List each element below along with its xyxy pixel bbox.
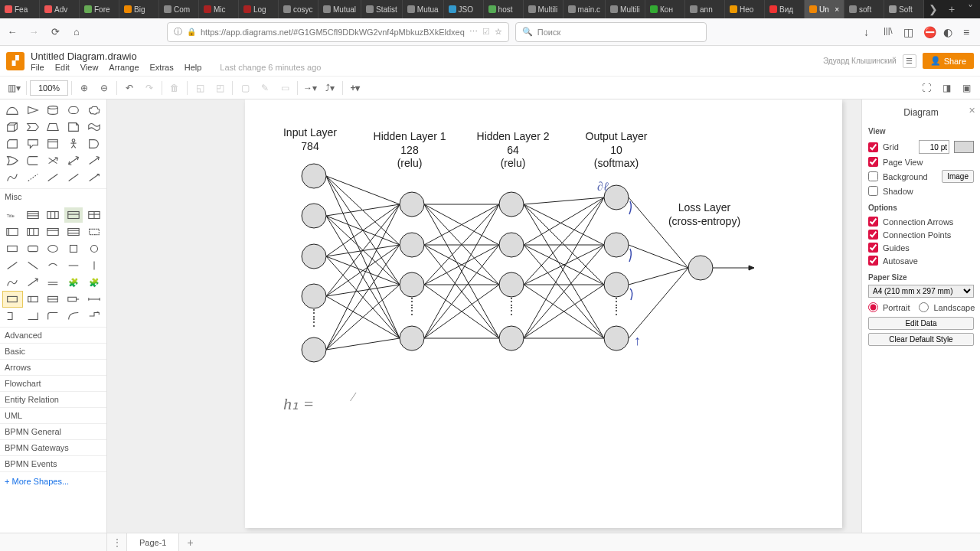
misc-swim4[interactable]: [64, 224, 83, 240]
add-page-button[interactable]: +: [179, 533, 201, 551]
section-bpmn-events[interactable]: BPMN Events: [0, 455, 106, 471]
sidebar-icon[interactable]: ◫: [903, 26, 916, 38]
browser-tab[interactable]: Mic: [199, 0, 239, 18]
edit-data-button[interactable]: Edit Data: [868, 317, 974, 330]
misc-sel3[interactable]: [44, 292, 63, 307]
menu-help[interactable]: Help: [185, 63, 202, 72]
browser-tab[interactable]: Fea: [0, 0, 40, 18]
section-bpmn-gateways[interactable]: BPMN Gateways: [0, 439, 106, 455]
browser-tab[interactable]: Adv: [40, 0, 80, 18]
autosave-checkbox[interactable]: [868, 256, 878, 266]
misc-b5[interactable]: [84, 308, 103, 324]
clear-style-button[interactable]: Clear Default Style: [868, 333, 974, 346]
to-front-button[interactable]: ◱: [191, 79, 209, 97]
shape-actor[interactable]: [64, 136, 83, 152]
shape-xor[interactable]: [44, 153, 63, 168]
browser-tab[interactable]: ann: [685, 0, 725, 18]
format-toggle-icon[interactable]: ◨: [937, 79, 956, 97]
misc-table4[interactable]: [84, 207, 103, 223]
misc-table2[interactable]: [44, 207, 63, 223]
misc-l3[interactable]: [44, 258, 63, 273]
shape-datastore[interactable]: [24, 153, 43, 168]
page-tab-1[interactable]: Page-1: [127, 533, 179, 551]
shape-cloud[interactable]: [84, 103, 103, 118]
misc-table1[interactable]: [24, 207, 43, 223]
section-arrows[interactable]: Arrows: [0, 359, 106, 375]
shape-dir-line[interactable]: [84, 170, 103, 185]
menu-arrange[interactable]: Arrange: [109, 63, 139, 72]
section-uml[interactable]: UML: [0, 407, 106, 423]
misc-r1[interactable]: [3, 241, 22, 256]
grid-size-input[interactable]: [919, 140, 949, 154]
menu-file[interactable]: File: [31, 63, 44, 72]
close-icon[interactable]: ✕: [969, 106, 975, 116]
misc-sel2[interactable]: [24, 292, 43, 307]
more-icon[interactable]: ⋯: [469, 27, 478, 37]
misc-l5[interactable]: [84, 258, 103, 273]
browser-tab[interactable]: Un×: [805, 0, 844, 18]
sidebar-toggle[interactable]: ▥▾: [5, 79, 23, 97]
grid-checkbox[interactable]: [868, 142, 878, 152]
shape-cylinder[interactable]: [44, 103, 63, 118]
library-icon[interactable]: |||\: [884, 26, 896, 38]
browser-tab[interactable]: Нео: [725, 0, 765, 18]
fullscreen-icon[interactable]: ⛶: [917, 79, 936, 97]
to-back-button[interactable]: ◰: [211, 79, 229, 97]
misc-puzzle2[interactable]: 🧩: [84, 275, 103, 290]
shape-callout[interactable]: [24, 136, 43, 152]
zoom-out-icon[interactable]: ⊖: [95, 79, 113, 97]
conn-points-checkbox[interactable]: [868, 230, 878, 240]
grid-color-swatch[interactable]: [954, 141, 974, 153]
forward-button[interactable]: →: [26, 24, 41, 40]
canvas[interactable]: Input Layer784 Hidden Layer 1128(relu) H…: [107, 99, 861, 533]
connection-button[interactable]: →▾: [301, 79, 319, 97]
misc-l1[interactable]: [3, 258, 22, 273]
shape-trapezoid[interactable]: [44, 119, 63, 135]
misc-m3[interactable]: [44, 275, 63, 290]
search-bar[interactable]: 🔍 Поиск: [515, 22, 707, 42]
menu-edit[interactable]: Edit: [55, 63, 70, 72]
misc-l2[interactable]: [24, 258, 43, 273]
shape-card[interactable]: [3, 136, 22, 152]
undo-button[interactable]: ↶: [120, 79, 139, 97]
shape-and[interactable]: [84, 136, 103, 152]
tab-control[interactable]: +: [942, 0, 961, 18]
account-icon[interactable]: ◐: [943, 26, 956, 38]
shape-line2[interactable]: [64, 170, 83, 185]
section-misc[interactable]: Misc: [0, 188, 106, 204]
section-basic[interactable]: Basic: [0, 343, 106, 359]
document-title[interactable]: Untitled Diagram.drawio: [31, 51, 321, 62]
share-button[interactable]: 👤Share: [923, 53, 974, 69]
menu-icon[interactable]: ≡: [963, 26, 975, 38]
shadow-checkbox[interactable]: [868, 186, 878, 196]
shape-line[interactable]: [44, 170, 63, 185]
shape-tape[interactable]: [84, 119, 103, 135]
misc-title[interactable]: Title: [3, 207, 22, 223]
shape-half-circle[interactable]: [3, 103, 22, 118]
shadow-button[interactable]: ▭: [276, 79, 294, 97]
pageview-checkbox[interactable]: [868, 157, 878, 167]
shape-container[interactable]: [44, 136, 63, 152]
browser-tab[interactable]: Multili: [606, 0, 645, 18]
browser-tab[interactable]: Log: [239, 0, 279, 18]
menu-extras[interactable]: Extras: [150, 63, 174, 72]
browser-tab[interactable]: soft: [844, 0, 884, 18]
section-entity[interactable]: Entity Relation: [0, 391, 106, 407]
fill-color-button[interactable]: ▢: [236, 79, 254, 97]
browser-tab[interactable]: host: [484, 0, 524, 18]
browser-tab[interactable]: Вид: [765, 0, 805, 18]
misc-swim2[interactable]: [24, 224, 43, 240]
downloads-icon[interactable]: ↓: [864, 26, 876, 38]
adblock-icon[interactable]: ⛔: [923, 26, 936, 38]
shape-rounded[interactable]: [64, 103, 83, 118]
zoom-in-icon[interactable]: ⊕: [75, 79, 93, 97]
shape-dashed[interactable]: [24, 170, 43, 185]
misc-swim3[interactable]: [44, 224, 63, 240]
reload-button[interactable]: ⟳: [47, 24, 63, 40]
misc-b3[interactable]: [44, 308, 63, 324]
misc-table3[interactable]: [64, 207, 83, 223]
shape-cube[interactable]: [3, 119, 22, 135]
misc-m1[interactable]: [3, 275, 22, 290]
misc-sel5[interactable]: [84, 292, 103, 307]
browser-tab[interactable]: cosyc: [279, 0, 318, 18]
